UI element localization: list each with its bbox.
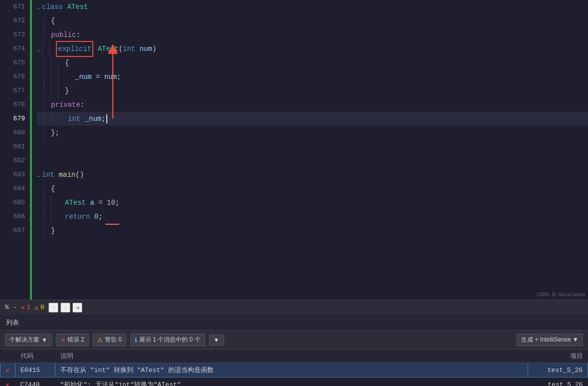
error-list-title: 列表 [6, 318, 19, 327]
code-line-678: private : [37, 98, 588, 112]
filter-icon: ▼ [214, 337, 220, 344]
solution-label: 个解决方案 [9, 336, 39, 344]
code-line-686: return 0 ; [37, 210, 588, 224]
code-line-671: ⎯ class ATest [37, 0, 588, 14]
error-list-header: 列表 [0, 315, 588, 331]
nav-left-button[interactable]: ◄ [72, 303, 82, 313]
error-toolbar: 个解决方案 ▼ ✕ 错误 2 ⚠ 警告 0 ℹ 展示 1 个消息中的 0 个 ▼… [0, 331, 588, 350]
warn-count: ⚠ 0 [34, 304, 44, 312]
build-dropdown-icon: ▼ [573, 336, 579, 343]
build-intellisense-button[interactable]: 生成 + IntelliSense ▼ [517, 334, 583, 346]
code-line-675: { [37, 56, 588, 70]
error-icon-cell-2: ✕ [0, 378, 15, 386]
error-desc-cell: 不存在从 "int" 转换到 "ATest" 的适当构造函数 [55, 363, 528, 378]
error-proj-cell: test_5_26 [528, 363, 588, 378]
error-count: ✕ 1 [21, 304, 31, 312]
warn-filter-icon: ⚠ [97, 337, 103, 344]
col-desc-header: 说明 [55, 350, 528, 363]
error-filter-button[interactable]: ✕ 错误 2 [56, 334, 89, 346]
error-row-c2440[interactable]: ✕ C2440 "初始化": 无法从"int"转换为"ATest" test_5… [0, 378, 588, 386]
code-line-687: } [37, 224, 588, 238]
col-icon-header [0, 350, 15, 363]
warn-triangle-icon: ⚠ [34, 304, 38, 312]
error-table-header: 代码 说明 项目 [0, 350, 588, 363]
error-x-icon: ✕ [21, 304, 25, 312]
nav-arrows: ↑ ↓ ◄ [48, 303, 82, 313]
code-line-681 [37, 140, 588, 154]
info-filter-button[interactable]: ℹ 展示 1 个消息中的 0 个 [130, 334, 205, 346]
error-filter-label: 错误 2 [67, 336, 84, 344]
code-line-682 [37, 154, 588, 168]
col-code-header: 代码 [15, 350, 55, 363]
watermark: CSDN @.SacaJawea [537, 292, 585, 298]
line-numbers: 671 672 673 674 675 676 677 678 679 680 … [0, 0, 30, 300]
filter-options-button[interactable]: ▼ [209, 335, 224, 346]
zoom-level: % [5, 304, 9, 311]
zoom-sep: - [13, 304, 17, 311]
error-icon-cell: ✕ [0, 363, 15, 378]
warn-number: 0 [40, 304, 44, 311]
error-table-body: ✕ E0415 不存在从 "int" 转换到 "ATest" 的适当构造函数 t… [0, 363, 588, 386]
code-line-683: ⎯ int main () [37, 168, 588, 182]
error-table: 代码 说明 项目 ✕ E0415 不存在从 "int" 转换到 "ATest" … [0, 350, 588, 386]
code-content: ⎯ class ATest { public : ⎯ [32, 0, 588, 300]
error-filter-x-icon: ✕ [60, 337, 65, 344]
code-line-677: } [37, 84, 588, 98]
code-editor: 671 672 673 674 675 676 677 678 679 680 … [0, 0, 588, 300]
error-code-cell-2: C2440 [15, 378, 55, 386]
info-filter-label: 展示 1 个消息中的 0 个 [139, 336, 201, 344]
error-icon-2: ✕ [5, 381, 9, 386]
error-number: 1 [26, 304, 30, 311]
info-filter-icon: ℹ [135, 337, 137, 344]
code-line-676: _num = num ; [37, 70, 588, 84]
col-proj-header: 项目 [528, 350, 588, 363]
code-line-680: }; [37, 126, 588, 140]
code-line-672: { [37, 14, 588, 28]
warn-filter-button[interactable]: ⚠ 警告 0 [93, 334, 126, 346]
code-line-674: ⎯ explicit ATest ( int num ) [37, 42, 588, 56]
fold-674[interactable]: ⎯ [37, 42, 40, 56]
status-bar: % - ✕ 1 ⚠ 0 ↑ ↓ ◄ [0, 300, 588, 315]
error-code-cell: E0415 [15, 363, 55, 378]
code-line-679: int _num ; [37, 112, 588, 126]
cursor [106, 114, 107, 123]
error-row-e0415[interactable]: ✕ E0415 不存在从 "int" 转换到 "ATest" 的适当构造函数 t… [0, 363, 588, 378]
fold-671[interactable]: ⎯ [37, 0, 40, 14]
code-line-685: ATest a = 10 ; [37, 196, 588, 210]
fold-683[interactable]: ⎯ [37, 168, 40, 182]
build-label: 生成 + IntelliSense [521, 336, 571, 343]
solution-dropdown[interactable]: 个解决方案 ▼ [5, 334, 52, 346]
error-list-panel: 列表 个解决方案 ▼ ✕ 错误 2 ⚠ 警告 0 ℹ 展示 1 个消息中的 0 … [0, 315, 588, 386]
warn-filter-label: 警告 0 [105, 336, 122, 344]
error-proj-cell-2: test_5_26 [528, 378, 588, 386]
nav-up-button[interactable]: ↑ [48, 303, 58, 313]
error-icon: ✕ [5, 367, 9, 375]
error-desc-cell-2: "初始化": 无法从"int"转换为"ATest" [55, 378, 528, 386]
nav-down-button[interactable]: ↓ [60, 303, 70, 313]
solution-chevron-icon: ▼ [41, 337, 47, 344]
code-line-673: public : [37, 28, 588, 42]
